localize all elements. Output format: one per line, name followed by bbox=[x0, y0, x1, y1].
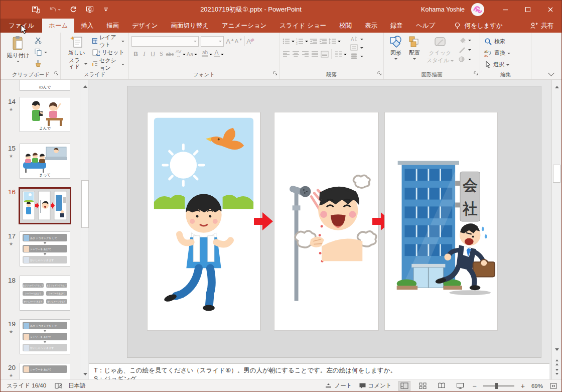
italic-button[interactable]: I bbox=[140, 49, 149, 59]
font-size-combo[interactable] bbox=[201, 36, 224, 47]
start-slideshow-icon[interactable] bbox=[86, 6, 94, 14]
bullets-button[interactable] bbox=[282, 36, 291, 47]
copy-button[interactable] bbox=[33, 46, 49, 58]
decrease-indent-button[interactable] bbox=[309, 36, 318, 47]
find-button[interactable]: 検索 bbox=[483, 36, 512, 47]
quick-styles-button[interactable]: クイック スタイル bbox=[424, 35, 457, 65]
arrange-button[interactable]: 配置 bbox=[405, 35, 424, 61]
tab-slideshow[interactable]: スライド ショー bbox=[273, 19, 333, 33]
tab-help[interactable]: ヘルプ bbox=[409, 19, 442, 33]
slideshow-view-button[interactable] bbox=[454, 381, 466, 391]
change-case-button[interactable]: Aa bbox=[186, 49, 194, 59]
text-direction-button[interactable]: A bbox=[349, 35, 365, 43]
strikethrough-button[interactable]: abc bbox=[166, 49, 174, 59]
thumbnail-scrollbar-thumb[interactable] bbox=[81, 180, 89, 228]
layout-button[interactable]: レイアウト bbox=[90, 35, 126, 47]
normal-view-button[interactable] bbox=[398, 381, 410, 391]
main-scrollbar-thumb[interactable] bbox=[553, 165, 560, 183]
bold-button[interactable]: B bbox=[131, 49, 140, 59]
align-text-button[interactable] bbox=[349, 43, 365, 52]
picture-morning-jog[interactable] bbox=[147, 112, 260, 331]
tab-draw[interactable]: 描画 bbox=[100, 19, 125, 33]
thumbnail-scrollbar[interactable] bbox=[80, 80, 88, 379]
red-arrow-icon[interactable] bbox=[254, 212, 273, 230]
numbering-button[interactable]: 123 bbox=[296, 36, 304, 47]
thumbnail-slide-19[interactable]: あさ ジョギングを して シャワーを あびて かいしゃへ いきます bbox=[20, 319, 70, 354]
tab-record[interactable]: 録音 bbox=[384, 19, 409, 33]
proofing-icon[interactable] bbox=[54, 382, 62, 389]
tab-review[interactable]: 校閲 bbox=[333, 19, 358, 33]
shape-effects-button[interactable] bbox=[457, 54, 473, 64]
save-icon[interactable] bbox=[32, 6, 40, 14]
collapse-ribbon-icon[interactable] bbox=[548, 70, 554, 76]
underline-button[interactable]: U bbox=[149, 49, 157, 59]
language-indicator[interactable]: 日本語 bbox=[68, 382, 86, 389]
thumbnail-slide-14[interactable]: よんで bbox=[20, 97, 70, 132]
align-left-button[interactable] bbox=[282, 49, 291, 59]
zoom-in-button[interactable]: + bbox=[521, 382, 525, 390]
zoom-slider[interactable] bbox=[483, 385, 514, 386]
shrink-font-button[interactable]: A▼ bbox=[234, 36, 243, 47]
new-slide-button[interactable]: 新しい スライド bbox=[63, 35, 90, 71]
picture-shower[interactable] bbox=[274, 112, 378, 331]
main-scrollbar[interactable] bbox=[551, 80, 561, 379]
tab-home[interactable]: ホーム bbox=[42, 19, 74, 33]
thumbnail-slide-15[interactable]: まって bbox=[20, 144, 70, 179]
reading-view-button[interactable] bbox=[436, 381, 448, 391]
thumbnail-slide-18[interactable]: あさジョギングをして あさジョギングをして シャワーをあびて シャワーをあびて … bbox=[20, 276, 70, 311]
thumbnail-slide-13[interactable]: のんで bbox=[20, 80, 70, 91]
zoom-level[interactable]: 69% bbox=[531, 383, 543, 389]
picture-go-to-office[interactable]: 会 社 bbox=[384, 112, 497, 331]
replace-button[interactable]: abac 置換 bbox=[483, 47, 512, 59]
increase-indent-button[interactable] bbox=[319, 36, 327, 47]
zoom-out-button[interactable]: − bbox=[473, 382, 477, 390]
account-name[interactable]: Kohama Yoshie bbox=[421, 6, 465, 13]
zoom-slider-handle[interactable] bbox=[495, 383, 498, 389]
clear-formatting-button[interactable]: A bbox=[246, 36, 255, 47]
convert-smartart-button[interactable] bbox=[349, 52, 365, 60]
slide-canvas[interactable]: 会 社 bbox=[127, 86, 541, 358]
thumbnail-slide-17[interactable]: あさ ジョギングを して シャワーを あびて かいしゃへ いきます bbox=[20, 231, 70, 267]
font-color-button[interactable]: A bbox=[212, 49, 221, 59]
paste-button[interactable]: 貼り付け bbox=[4, 35, 33, 64]
thumbnail-slide-20[interactable]: シャワーを あびて bbox=[20, 363, 70, 379]
thumbnail-slide-16-selected[interactable] bbox=[19, 187, 71, 224]
notes-toggle[interactable]: ノート bbox=[325, 382, 352, 389]
justify-button[interactable] bbox=[311, 49, 319, 59]
tell-me-box[interactable]: 何をしますか bbox=[454, 19, 502, 33]
account-avatar[interactable] bbox=[471, 3, 485, 17]
strikethrough-s-button[interactable]: S bbox=[157, 49, 166, 59]
tab-design[interactable]: デザイン bbox=[125, 19, 164, 33]
scroll-down-icon[interactable] bbox=[81, 371, 89, 379]
tab-transitions[interactable]: 画面切り替え bbox=[164, 19, 215, 33]
clipboard-dialog-launcher[interactable] bbox=[54, 69, 59, 78]
font-dialog-launcher[interactable] bbox=[273, 69, 277, 78]
cut-button[interactable] bbox=[33, 35, 49, 46]
previous-slide-icon[interactable] bbox=[553, 357, 560, 365]
redo-icon[interactable] bbox=[69, 6, 77, 14]
line-spacing-button[interactable] bbox=[328, 36, 337, 47]
next-slide-icon[interactable] bbox=[553, 368, 560, 376]
section-button[interactable]: セクション bbox=[90, 58, 126, 70]
shape-outline-button[interactable] bbox=[457, 45, 473, 54]
drawing-dialog-launcher[interactable] bbox=[474, 69, 478, 78]
shapes-button[interactable]: 図形 bbox=[386, 35, 405, 61]
maximize-button[interactable] bbox=[516, 1, 539, 19]
character-spacing-button[interactable]: AV↔ bbox=[174, 49, 183, 59]
scroll-up-icon[interactable] bbox=[553, 82, 560, 90]
tab-insert[interactable]: 挿入 bbox=[74, 19, 100, 33]
tab-animations[interactable]: アニメーション bbox=[215, 19, 273, 33]
font-name-combo[interactable] bbox=[131, 36, 199, 47]
format-painter-button[interactable] bbox=[33, 58, 49, 69]
paragraph-dialog-launcher[interactable] bbox=[377, 69, 382, 78]
fit-slide-button[interactable] bbox=[549, 382, 557, 389]
tab-view[interactable]: 表示 bbox=[358, 19, 384, 33]
shape-fill-button[interactable] bbox=[457, 35, 473, 45]
scroll-up-icon[interactable] bbox=[81, 81, 89, 89]
undo-icon[interactable] bbox=[49, 6, 61, 14]
highlight-button[interactable]: ab bbox=[201, 49, 209, 59]
align-right-button[interactable] bbox=[301, 49, 310, 59]
select-button[interactable]: 選択 bbox=[483, 59, 512, 70]
notes-pane[interactable]: T：じゃあ、この絵を見てください（スライド⑥）。男の人が朝にすることです。左の絵… bbox=[89, 363, 549, 379]
align-center-button[interactable] bbox=[292, 49, 300, 59]
